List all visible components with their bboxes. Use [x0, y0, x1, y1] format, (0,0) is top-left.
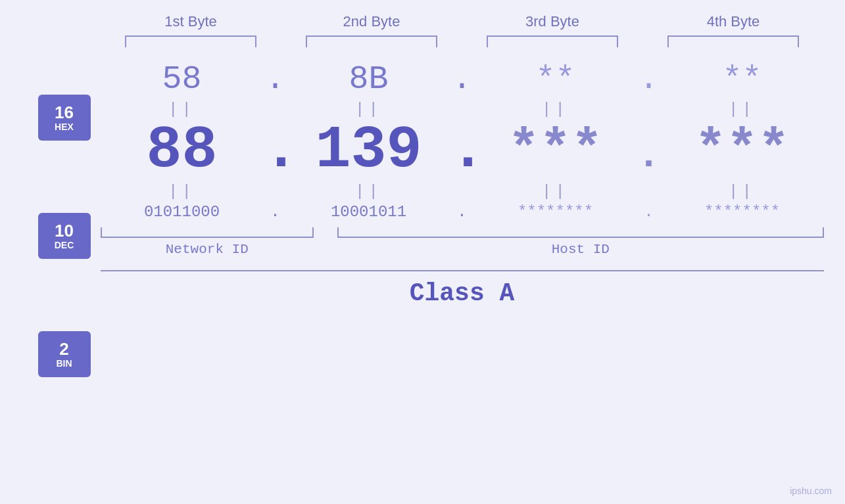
hex-badge-label: HEX — [55, 122, 74, 132]
equals-row-1: || || || || — [101, 101, 824, 118]
hex-badge: 16 HEX — [38, 95, 91, 141]
bin-dot3: . — [637, 203, 661, 221]
dec-b2: 139 — [287, 121, 450, 180]
dec-row: 88 . 139 . *** . *** — [101, 121, 824, 180]
eq1-b1: || — [101, 101, 264, 118]
header-col1: 1st Byte — [118, 13, 263, 30]
bin-badge-number: 2 — [59, 340, 68, 359]
hex-dot2: . — [450, 60, 474, 98]
bin-b2: 10001011 — [287, 203, 450, 221]
dec-b1: 88 — [101, 121, 264, 180]
values-area: 58 . 8B . ** . ** || || || || 88 — [101, 60, 824, 377]
hex-dot1: . — [264, 60, 287, 98]
eq1-b4: || — [661, 101, 824, 118]
dec-dot1: . — [264, 121, 287, 180]
dec-b3: *** — [474, 124, 637, 177]
eq1-b2: || — [287, 101, 450, 118]
bin-dot1: . — [264, 203, 287, 221]
eq2-b3: || — [474, 183, 637, 200]
host-id-label: Host ID — [337, 242, 823, 257]
header-col3: 3rd Byte — [480, 13, 625, 30]
headers-row: 1st Byte 2nd Byte 3rd Byte 4th Byte — [101, 13, 824, 30]
bin-b4: ******** — [661, 203, 824, 221]
dec-badge: 10 DEC — [38, 213, 91, 259]
hex-b2: 8B — [287, 60, 450, 98]
watermark: ipshu.com — [790, 486, 832, 496]
bracket-col1 — [125, 35, 256, 47]
class-row: Class A — [101, 270, 824, 308]
dec-b4: *** — [661, 124, 824, 177]
hex-badge-number: 16 — [55, 103, 74, 122]
top-brackets-row — [101, 35, 824, 47]
eq2-b1: || — [101, 183, 264, 200]
network-id-label: Network ID — [101, 242, 314, 257]
equals-row-2: || || || || — [101, 183, 824, 200]
dec-dot2: . — [450, 121, 474, 180]
bin-badge: 2 BIN — [38, 331, 91, 377]
eq2-b2: || — [287, 183, 450, 200]
network-bracket-wrap: Network ID — [101, 227, 314, 257]
header-col4: 4th Byte — [661, 13, 806, 30]
dec-dot3: . — [637, 126, 661, 175]
eq1-b3: || — [474, 101, 637, 118]
dec-badge-number: 10 — [55, 221, 74, 241]
main-container: 1st Byte 2nd Byte 3rd Byte 4th Byte 16 H… — [0, 0, 845, 504]
bin-row: 01011000 . 10001011 . ******** . *******… — [101, 203, 824, 221]
badges-column: 16 HEX 10 DEC 2 BIN — [28, 60, 101, 377]
hex-dot3: . — [637, 60, 661, 98]
hex-b3: ** — [474, 60, 637, 98]
bin-b3: ******** — [474, 203, 637, 221]
bin-dot2: . — [450, 203, 474, 221]
bin-badge-label: BIN — [56, 359, 72, 369]
bracket-col4 — [667, 35, 799, 47]
network-bracket — [101, 227, 314, 238]
host-bracket-wrap: Host ID — [337, 227, 823, 257]
bracket-col2 — [306, 35, 437, 47]
dec-badge-label: DEC — [55, 241, 74, 250]
class-label: Class A — [410, 279, 515, 308]
header-col2: 2nd Byte — [299, 13, 444, 30]
bin-b1: 01011000 — [101, 203, 264, 221]
bottom-brackets-area: Network ID Host ID — [101, 227, 824, 257]
host-bracket — [337, 227, 823, 238]
bracket-col3 — [487, 35, 618, 47]
body-layout: 16 HEX 10 DEC 2 BIN 58 . 8B . ** — [22, 60, 824, 377]
hex-row: 58 . 8B . ** . ** — [101, 60, 824, 98]
eq2-b4: || — [661, 183, 824, 200]
hex-b4: ** — [661, 60, 824, 98]
hex-b1: 58 — [101, 60, 264, 98]
